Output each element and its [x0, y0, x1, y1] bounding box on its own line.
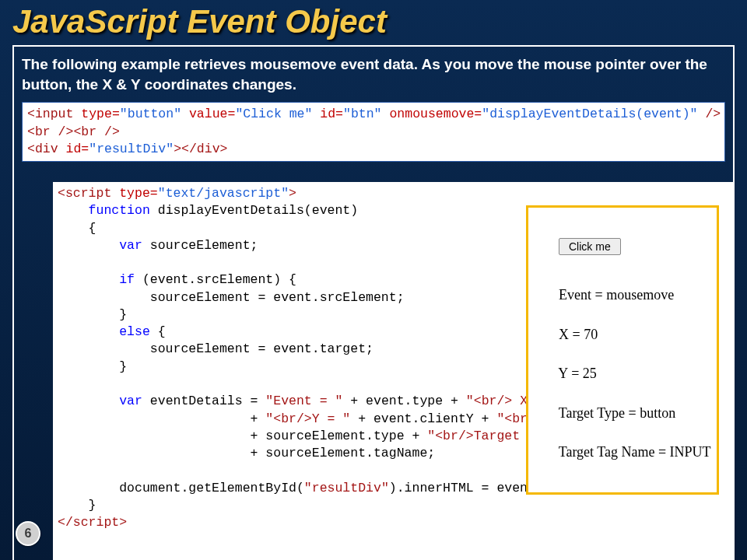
code-token: "Event = "	[265, 394, 342, 408]
code-token: <input	[27, 107, 81, 121]
code-token: sourceElement = event.target;	[58, 341, 374, 356]
code-token: displayEventDetails(event)	[150, 203, 358, 218]
code-token: "text/javascript"	[158, 186, 289, 201]
slide-title: JavaScript Event Object	[0, 0, 747, 42]
code-token: id=	[66, 142, 89, 156]
code-block-2: <script type="text/javascript"> function…	[53, 182, 733, 560]
output-line: Event = mousemove	[559, 287, 674, 303]
code-token: <div	[27, 142, 66, 156]
code-token: "displayEventDetails(event)"	[482, 107, 705, 121]
code-token: var	[58, 394, 142, 408]
code-token: }	[58, 307, 127, 322]
code-token: >	[289, 186, 296, 201]
code-token: />	[705, 107, 721, 121]
code-token: "Click me"	[235, 107, 320, 121]
code-token: eventDetails =	[142, 394, 265, 408]
code-token: var	[58, 238, 142, 253]
code-token: "<br/>Y = "	[265, 411, 350, 426]
output-preview: Click me Event = mousemove X = 70 Y = 25…	[526, 205, 719, 495]
code-token: <script	[58, 186, 119, 201]
code-token: id=	[320, 107, 343, 121]
code-token: {	[58, 221, 96, 236]
output-line: Target Type = button	[559, 405, 675, 421]
output-line: Target Tag Name = INPUT	[559, 444, 711, 460]
code-token: function	[58, 203, 150, 218]
code-token: }	[58, 359, 127, 374]
code-token: if	[58, 272, 135, 287]
code-token: "button"	[120, 107, 189, 121]
code-token: }	[58, 498, 96, 513]
code-token: + event.clientY +	[350, 411, 496, 426]
code-token: </script>	[58, 515, 127, 530]
code-block-1: <input type="button" value="Click me" id…	[22, 102, 725, 162]
code-token: ></div>	[174, 142, 227, 156]
page-number: 6	[16, 521, 40, 546]
intro-text: The following example retrieves mousemov…	[22, 54, 725, 94]
code-token: + sourceElement.type +	[58, 429, 427, 443]
code-token: sourceElement;	[142, 238, 258, 253]
code-token: onmousemove=	[389, 107, 482, 121]
code-token: {	[150, 324, 166, 339]
output-line: Y = 25	[558, 366, 596, 381]
code-token: type=	[119, 186, 158, 201]
code-token: +	[58, 411, 265, 426]
code-token: type=	[81, 107, 120, 121]
output-line: X = 70	[559, 327, 598, 342]
code-token: document.getElementById(	[58, 481, 304, 495]
code-token: "resultDiv"	[304, 481, 389, 495]
code-token: + sourceElement.tagName;	[58, 446, 435, 460]
code-token: value=	[189, 107, 235, 121]
code-token: + event.type +	[342, 394, 465, 408]
code-token: sourceElement = event.srcElement;	[58, 290, 405, 305]
content-frame: The following example retrieves mousemov…	[12, 45, 735, 560]
code-token: <br /><br />	[27, 124, 120, 139]
code-token: else	[58, 324, 150, 339]
code-token: "btn"	[343, 107, 389, 121]
code-token: "resultDiv"	[89, 142, 174, 156]
code-token: (event.srcElement) {	[135, 272, 296, 287]
click-me-button[interactable]: Click me	[559, 238, 621, 255]
